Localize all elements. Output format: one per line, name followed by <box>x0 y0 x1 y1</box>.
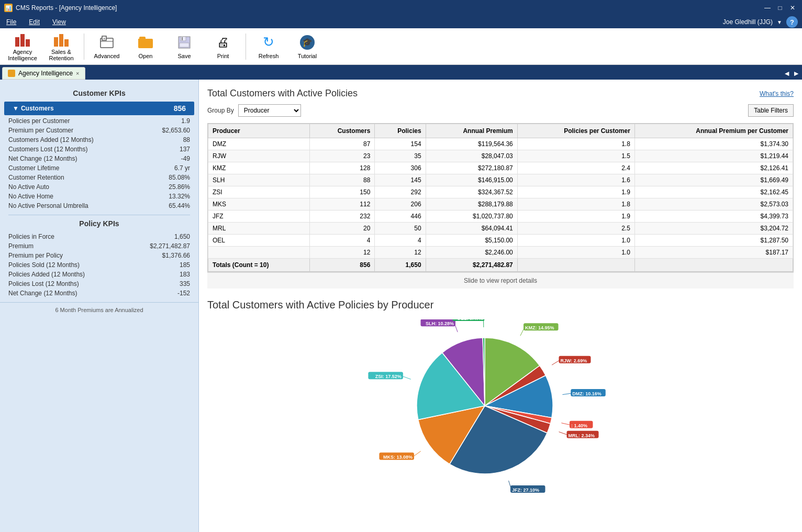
customer-kpi-row: No Active Personal Umbrella65.44% <box>0 201 198 210</box>
cell-annual-premium-per-customer: $1,374.30 <box>634 138 793 150</box>
cell-annual-premium-per-customer: $4,399.73 <box>634 210 793 223</box>
maximize-button[interactable]: □ <box>775 3 785 13</box>
table-row[interactable]: OEL 4 4 $5,150.00 1.0 $1,287.50 <box>208 235 793 247</box>
customer-kpi-rows: Policies per Customer1.9Premium per Cust… <box>0 116 198 210</box>
table-row[interactable]: 12 12 $2,246.00 1.0 $187.17 <box>208 247 793 259</box>
group-by-select[interactable]: Producer <box>238 104 301 117</box>
customer-kpi-row: Premium per Customer$2,653.60 <box>0 126 198 135</box>
customer-kpi-row: Customer Lifetime6.7 yr <box>0 163 198 173</box>
cell-producer: MKS <box>208 198 310 210</box>
table-row[interactable]: JFZ 232 446 $1,020,737.80 1.9 $4,399.73 <box>208 210 793 223</box>
col-annual-premium: Annual Premium <box>426 124 517 138</box>
cell-policies-per-customer: 2.4 <box>517 162 634 174</box>
cell-policies-per-customer: 1.5 <box>517 150 634 162</box>
pie-label-text-3: : 1.40% <box>571 423 587 428</box>
menu-bar: File Edit View Joe Gledhill (JJG) ▼ ? <box>0 16 802 28</box>
tab-prev-button[interactable]: ◄ <box>783 69 790 77</box>
advanced-icon: ≡ <box>98 34 115 51</box>
close-button[interactable]: ✕ <box>787 3 798 13</box>
kpi-value: $2,653.60 <box>162 127 190 134</box>
report-header: Total Customers with Active Policies Wha… <box>207 88 794 99</box>
minimize-button[interactable]: — <box>762 3 773 13</box>
policy-kpi-rows: Policies in Force1,650Premium$2,271,482.… <box>0 232 198 298</box>
table-body: DMZ 87 154 $119,564.36 1.8 $1,374.30 RJW… <box>208 138 793 259</box>
table-filters-button[interactable]: Table Filters <box>748 104 794 117</box>
kpi-divider <box>8 215 190 215</box>
pie-label-line-3 <box>561 423 571 425</box>
pie-label-line-0 <box>520 327 525 336</box>
kpi-value: 183 <box>180 271 190 278</box>
kpi-value: -49 <box>181 155 190 162</box>
totals-customers: 856 <box>310 259 375 272</box>
pie-label-line-4 <box>559 432 568 435</box>
col-annual-premium-per-customer: Annual Premium per Customer <box>634 124 793 138</box>
totals-label: Totals (Count = 10) <box>208 259 310 272</box>
cell-annual-premium-per-customer: $187.17 <box>634 247 793 259</box>
open-button[interactable]: Open <box>127 31 164 62</box>
print-button[interactable]: 🖨 Print <box>205 31 241 62</box>
table-row[interactable]: SLH 88 145 $146,915.00 1.6 $1,669.49 <box>208 174 793 186</box>
table-row[interactable]: KMZ 128 306 $272,180.87 2.4 $2,126.41 <box>208 162 793 174</box>
kpi-value: 185 <box>180 261 190 269</box>
cell-policies-per-customer: 1.8 <box>517 198 634 210</box>
kpi-value: 1,650 <box>174 233 190 240</box>
table-row[interactable]: RJW 23 35 $28,047.03 1.5 $1,219.44 <box>208 150 793 162</box>
cell-producer: OEL <box>208 235 310 247</box>
customers-highlight-row[interactable]: ▼ Customers 856 <box>4 102 194 115</box>
menu-edit[interactable]: Edit <box>27 17 42 27</box>
col-customers: Customers <box>310 124 375 138</box>
cell-annual-premium-per-customer: $1,669.49 <box>634 174 793 186</box>
kpi-value: 85.08% <box>169 174 190 181</box>
refresh-button[interactable]: ↻ Refresh <box>250 31 287 62</box>
help-button[interactable]: ? <box>786 16 798 28</box>
kpi-label: Net Change (12 Months) <box>8 290 77 297</box>
cell-customers: 150 <box>310 186 375 198</box>
kpi-value: 137 <box>180 146 190 153</box>
agency-intelligence-button[interactable]: Agency Intelligence <box>4 31 41 62</box>
cell-policies: 50 <box>375 223 426 235</box>
tab-next-button[interactable]: ► <box>793 69 800 77</box>
data-table-wrapper: Producer Customers Policies Annual Premi… <box>207 123 794 272</box>
whats-this-link[interactable]: What's this? <box>760 90 794 97</box>
sales-retention-icon <box>53 32 70 47</box>
tutorial-button[interactable]: 🎓 Tutorial <box>289 31 326 62</box>
cell-annual-premium: $5,150.00 <box>426 235 517 247</box>
menu-view[interactable]: View <box>50 17 68 27</box>
save-button[interactable]: Save <box>166 31 203 62</box>
pie-label-text-9: OEL: 0.47% <box>457 319 483 321</box>
policy-kpi-row: Premium$2,271,482.87 <box>0 241 198 251</box>
cell-customers: 88 <box>310 174 375 186</box>
col-policies: Policies <box>375 124 426 138</box>
agency-intelligence-tab[interactable]: Agency Intelligence × <box>2 67 85 80</box>
kpi-label: No Active Auto <box>8 183 49 191</box>
pie-label-text-4: MRL: 2.34% <box>569 433 595 438</box>
pie-label-text-2: DMZ: 10.16% <box>572 391 602 396</box>
tab-close-button[interactable]: × <box>76 70 79 76</box>
table-row[interactable]: ZSI 150 292 $324,367.52 1.9 $2,162.45 <box>208 186 793 198</box>
kpi-value: 13.32% <box>169 193 190 200</box>
totals-annual-premium: $2,271,482.87 <box>426 259 517 272</box>
menu-file[interactable]: File <box>4 17 18 27</box>
table-row[interactable]: MRL 20 50 $64,094.41 2.5 $3,204.72 <box>208 223 793 235</box>
cell-annual-premium-per-customer: $3,204.72 <box>634 223 793 235</box>
cell-policies: 292 <box>375 186 426 198</box>
window-controls: — □ ✕ <box>762 3 798 13</box>
cell-annual-premium: $324,367.52 <box>426 186 517 198</box>
print-icon: 🖨 <box>215 34 231 51</box>
kpi-label: Premium per Policy <box>8 252 63 259</box>
table-row[interactable]: DMZ 87 154 $119,564.36 1.8 $1,374.30 <box>208 138 793 150</box>
cell-annual-premium: $272,180.87 <box>426 162 517 174</box>
sales-retention-button[interactable]: Sales & Retention <box>43 31 80 62</box>
cell-policies-per-customer: 1.6 <box>517 174 634 186</box>
cell-policies: 306 <box>375 162 426 174</box>
table-row[interactable]: MKS 112 206 $288,179.88 1.8 $2,573.03 <box>208 198 793 210</box>
pie-label-text-1: RJW: 2.69% <box>561 358 587 363</box>
group-by-row: Group By Producer Table Filters <box>207 104 794 117</box>
cell-policies: 4 <box>375 235 426 247</box>
cell-annual-premium: $64,094.41 <box>426 223 517 235</box>
separator-1 <box>84 34 84 60</box>
advanced-button[interactable]: ≡ Advanced <box>88 31 125 62</box>
kpi-label: Premium per Customer <box>8 127 73 134</box>
cell-policies-per-customer: 1.9 <box>517 210 634 223</box>
cell-policies-per-customer: 1.0 <box>517 247 634 259</box>
